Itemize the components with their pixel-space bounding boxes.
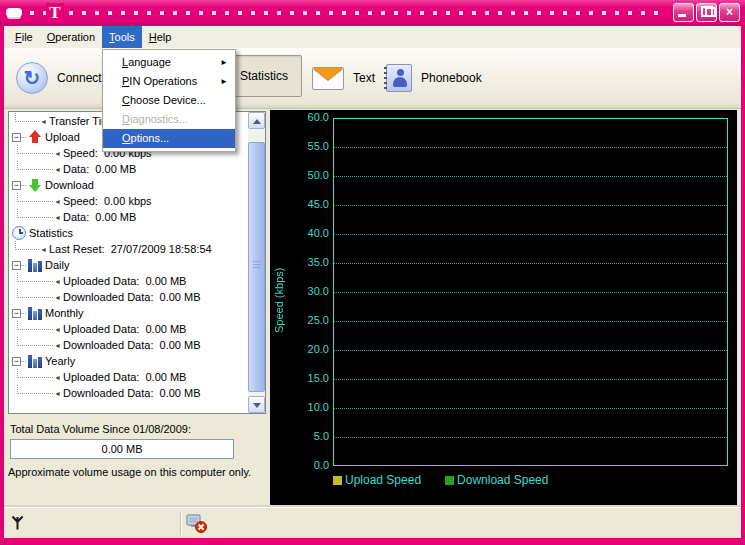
tree-item-label: Monthly [45, 307, 84, 319]
text-button[interactable]: Text [312, 58, 375, 98]
tree-item-label: Downloaded Data: 0.00 MB [63, 387, 201, 399]
menu-bar-item-file[interactable]: File [8, 26, 40, 48]
tree-item-uploaded-data[interactable]: ◄Uploaded Data: 0.00 MB [10, 369, 232, 385]
tree-connector [17, 369, 53, 378]
gridline [334, 234, 727, 235]
arr-up-icon [28, 130, 42, 144]
tree-connector [17, 145, 53, 154]
close-button[interactable]: × [719, 3, 740, 22]
menu-label-rest: anguage [128, 56, 171, 68]
connect-sync-icon: ↻ [16, 62, 48, 94]
gridline [334, 408, 727, 409]
scroll-down-button[interactable] [248, 396, 265, 413]
y-tick-label: 35.0 [293, 256, 329, 269]
scrollbar-thumb[interactable] [248, 142, 265, 392]
menu-label-rest: iagnostics... [130, 113, 188, 125]
statistics-button[interactable]: Statistics [226, 55, 302, 97]
y-tick-label: 40.0 [293, 227, 329, 240]
leaf-marker-icon: ◄ [40, 246, 47, 253]
expander-icon[interactable]: − [12, 133, 21, 142]
expander-icon[interactable]: − [12, 309, 21, 318]
t-mobile-dots-logo [30, 11, 660, 15]
expander-icon[interactable]: − [12, 357, 21, 366]
submenu-arrow-icon: ► [220, 72, 228, 91]
leaf-marker-icon: ◄ [54, 294, 61, 301]
phonebook-icon [386, 64, 412, 92]
triangle-down-icon [253, 403, 261, 408]
y-tick-label: 60.0 [293, 111, 329, 124]
menu-item-language[interactable]: Language► [103, 53, 235, 72]
restore-button[interactable] [696, 3, 717, 22]
arr-down-icon [28, 178, 42, 192]
y-tick-label: 30.0 [293, 285, 329, 298]
tree-item-uploaded-data[interactable]: ◄Uploaded Data: 0.00 MB [10, 273, 232, 289]
speed-chart: Speed (kbps) Upload SpeedDownload Speed … [270, 110, 737, 505]
legend-label: Download Speed [457, 473, 548, 487]
gridline [334, 379, 727, 380]
tree-connector [21, 265, 26, 266]
tree-item-uploaded-data[interactable]: ◄Uploaded Data: 0.00 MB [10, 321, 232, 337]
tree-item-monthly[interactable]: −Monthly [10, 305, 232, 321]
app-icon [6, 8, 22, 17]
tree-scrollbar[interactable] [248, 112, 265, 413]
phonebook-button[interactable]: Phonebook [386, 58, 482, 98]
tree-item-label: Downloaded Data: 0.00 MB [63, 291, 201, 303]
y-tick-label: 55.0 [293, 140, 329, 153]
menu-bar-item-tools[interactable]: Tools [102, 26, 142, 48]
tree-item-label: Uploaded Data: 0.00 MB [63, 323, 187, 335]
title-bar[interactable]: T × [0, 0, 745, 26]
gridline [334, 147, 727, 148]
tree-item-downloaded-data[interactable]: ◄Downloaded Data: 0.00 MB [10, 289, 232, 305]
tree-item-label: Speed: 0.00 kbps [63, 195, 152, 207]
tree-item-last-reset[interactable]: ◄Last Reset: 27/07/2009 18:58:54 [10, 241, 232, 257]
tree-connector [17, 273, 53, 282]
menu-label-rest: ptions... [131, 132, 170, 144]
menu-label-rest: ools [115, 31, 135, 43]
gridline [334, 263, 727, 264]
text-label: Text [353, 71, 375, 85]
tree-item-label: Uploaded Data: 0.00 MB [63, 371, 187, 383]
tree-item-downloaded-data[interactable]: ◄Downloaded Data: 0.00 MB [10, 385, 232, 401]
y-tick-label: 10.0 [293, 401, 329, 414]
volume-usage-note: Approximate volume usage on this compute… [8, 466, 251, 478]
main-area: ◄Transfer Time−Upload◄Speed: 0.00 kbps◄D… [4, 109, 741, 507]
leaf-marker-icon: ◄ [54, 342, 61, 349]
expander-icon[interactable]: − [12, 261, 21, 270]
gridline [334, 205, 727, 206]
menu-item-options[interactable]: Options... [103, 129, 235, 148]
legend-swatch-icon [333, 476, 342, 485]
tree-item-label: Upload [45, 131, 80, 143]
t-mobile-t-logo: T [46, 3, 64, 23]
y-tick-label: 5.0 [293, 430, 329, 443]
tree-item-downloaded-data[interactable]: ◄Downloaded Data: 0.00 MB [10, 337, 232, 353]
tree-item-yearly[interactable]: −Yearly [10, 353, 232, 369]
menu-label-rest: hoose Device... [130, 94, 206, 106]
total-data-volume-value[interactable]: 0.00 MB [10, 439, 234, 459]
tree-item-daily[interactable]: −Daily [10, 257, 232, 273]
minimize-button[interactable] [673, 3, 694, 22]
menu-bar-item-help[interactable]: Help [142, 26, 179, 48]
scroll-up-button[interactable] [248, 112, 265, 129]
expander-icon[interactable]: − [12, 181, 21, 190]
connect-button[interactable]: ↻ Connect [16, 58, 102, 98]
menu-key-letter: D [122, 113, 130, 125]
y-axis-title: Speed (kbps) [273, 215, 288, 385]
menu-bar-item-operation[interactable]: Operation [40, 26, 102, 48]
tree-item-download[interactable]: −Download [10, 177, 232, 193]
tools-dropdown-menu: Language►PIN Operations►Choose Device...… [102, 49, 236, 152]
leaf-marker-icon: ◄ [54, 166, 61, 173]
status-bar [4, 507, 741, 538]
tree-item-statistics[interactable]: Statistics [10, 225, 232, 241]
tree-item-data[interactable]: ◄Data: 0.00 MB [10, 161, 232, 177]
triangle-up-icon [253, 119, 261, 124]
menu-item-choose-device[interactable]: Choose Device... [103, 91, 235, 110]
tree-item-data[interactable]: ◄Data: 0.00 MB [10, 209, 232, 225]
menu-item-diagnostics: Diagnostics... [103, 110, 235, 129]
tree-item-speed[interactable]: ◄Speed: 0.00 kbps [10, 193, 232, 209]
menu-item-pin-operations[interactable]: PIN Operations► [103, 72, 235, 91]
tree-item-label: Statistics [29, 227, 73, 239]
clock-icon [12, 226, 26, 240]
tree-rows: ◄Transfer Time−Upload◄Speed: 0.00 kbps◄D… [10, 113, 232, 401]
gridline [334, 176, 727, 177]
legend-label: Upload Speed [345, 473, 421, 487]
